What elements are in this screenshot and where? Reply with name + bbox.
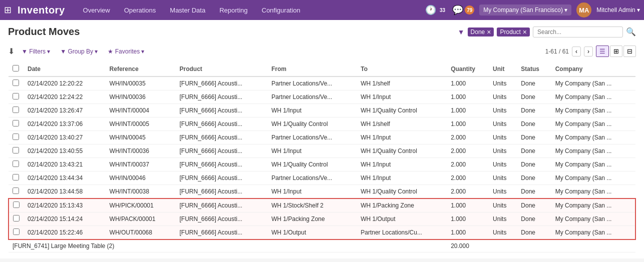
cell-reference[interactable]: WH/PICK/00001 — [106, 198, 176, 212]
row-checkbox[interactable] — [13, 93, 19, 100]
cell-qty: 2.000 — [447, 144, 489, 158]
row-checkbox[interactable] — [13, 188, 19, 194]
cell-company: My Company (San ... — [551, 118, 635, 131]
row-checkbox[interactable] — [13, 120, 19, 126]
cell-company: My Company (San ... — [551, 131, 635, 144]
messages-badge: 79 — [465, 6, 474, 14]
cell-from: WH 1/Input — [267, 104, 357, 118]
cell-product[interactable]: [FURN_6666] Acousti... — [176, 198, 267, 212]
cell-product[interactable]: [FURN_6666] Acousti... — [176, 90, 267, 104]
pager-next[interactable]: › — [584, 46, 593, 56]
pager-prev[interactable]: ‹ — [572, 46, 581, 56]
nav-master-data[interactable]: Master Data — [164, 4, 211, 17]
cell-company: My Company (San ... — [551, 76, 635, 90]
nav-configuration[interactable]: Configuration — [256, 4, 306, 17]
cell-product[interactable]: [FURN_6666] Acousti... — [176, 158, 267, 172]
cell-product[interactable]: [FURN_6666] Acousti... — [176, 185, 267, 199]
table-row[interactable]: 02/14/2020 12:24:22WH/IN/00036[FURN_6666… — [9, 90, 635, 104]
download-button[interactable]: ⬇ — [8, 46, 15, 56]
cell-product[interactable]: [FURN_6666] Acousti... — [176, 172, 267, 185]
cell-product[interactable]: [FURN_6666] Acousti... — [176, 104, 267, 118]
nav-operations[interactable]: Operations — [118, 4, 162, 17]
table-row[interactable]: 02/14/2020 13:43:21WH/INT/00037[FURN_666… — [9, 158, 635, 172]
cell-from: WH 1/Input — [267, 144, 357, 158]
nav-overview[interactable]: Overview — [77, 4, 116, 17]
company-switcher[interactable]: My Company (San Francisco) ▾ — [479, 4, 571, 16]
toolbar-left: ▼ Filters ▾ ▼ Group By ▾ ★ Favorites ▾ — [19, 46, 147, 56]
cell-reference[interactable]: WH/INT/00038 — [106, 185, 176, 199]
cell-unit: Units — [489, 185, 517, 199]
cell-qty: 2.000 — [447, 185, 489, 199]
search-button[interactable]: 🔍 — [626, 27, 636, 36]
cell-from: WH 1/Packing Zone — [267, 212, 357, 226]
groupby-btn[interactable]: ▼ Group By ▾ — [57, 46, 101, 56]
cell-reference[interactable]: WH/IN/00035 — [106, 76, 176, 90]
cell-reference[interactable]: WH/INT/00037 — [106, 158, 176, 172]
table-row[interactable]: 02/14/2020 13:26:47WH/INT/00004[FURN_666… — [9, 104, 635, 118]
row-checkbox[interactable] — [13, 228, 20, 235]
cell-product[interactable]: [FURN_6666] Acousti... — [176, 212, 267, 226]
cell-product[interactable]: [FURN_6666] Acousti... — [176, 131, 267, 144]
row-checkbox[interactable] — [13, 174, 19, 180]
cell-qty: 2.000 — [447, 172, 489, 185]
cell-reference[interactable]: WH/INT/00036 — [106, 144, 176, 158]
cell-reference[interactable]: WH/INT/00004 — [106, 104, 176, 118]
table-row[interactable]: 02/14/2020 12:20:22WH/IN/00035[FURN_6666… — [9, 76, 635, 90]
cell-from: Partner Locations/Ve... — [267, 90, 357, 104]
row-checkbox[interactable] — [13, 147, 19, 154]
select-all-checkbox[interactable] — [13, 65, 19, 72]
cell-reference[interactable]: WH/PACK/00001 — [106, 212, 176, 226]
footer-label: [FURN_6741] Large Meeting Table (2) — [9, 240, 447, 252]
cell-reference[interactable]: WH/OUT/00068 — [106, 226, 176, 240]
nav-reporting[interactable]: Reporting — [213, 4, 253, 17]
view-kanban-btn[interactable]: ⊞ — [610, 46, 622, 57]
view-pivot-btn[interactable]: ⊟ — [623, 46, 636, 57]
cell-reference[interactable]: WH/IN/00045 — [106, 131, 176, 144]
cell-product[interactable]: [FURN_6666] Acousti... — [176, 76, 267, 90]
table-row[interactable]: 02/14/2020 15:14:24WH/PACK/00001[FURN_66… — [9, 212, 635, 226]
search-input[interactable] — [533, 26, 623, 38]
filters-btn[interactable]: ▼ Filters ▾ — [19, 46, 53, 56]
cell-company: My Company (San ... — [551, 212, 635, 226]
table-row[interactable]: 02/14/2020 13:37:06WH/INT/00005[FURN_666… — [9, 118, 635, 131]
row-checkbox[interactable] — [13, 134, 19, 140]
filter-funnel-icon: ▼ — [458, 28, 465, 36]
table-row[interactable]: 02/14/2020 13:44:58WH/INT/00038[FURN_666… — [9, 185, 635, 199]
apps-icon[interactable]: ⊞ — [4, 4, 12, 16]
cell-from: WH 1/Input — [267, 185, 357, 199]
user-menu[interactable]: Mitchell Admin ▾ — [596, 6, 640, 14]
table-row[interactable]: 02/14/2020 13:44:34WH/IN/00046[FURN_6666… — [9, 172, 635, 185]
view-list-btn[interactable]: ☰ — [596, 46, 609, 57]
table-row[interactable]: 02/14/2020 15:13:43WH/PICK/00001[FURN_66… — [9, 198, 635, 212]
table-row[interactable]: 02/14/2020 15:22:46WH/OUT/00068[FURN_666… — [9, 226, 635, 240]
topnav-right: 🕐 33 💬 79 My Company (San Francisco) ▾ M… — [425, 2, 640, 18]
messages-btn[interactable]: 💬 79 — [452, 4, 474, 16]
cell-reference[interactable]: WH/INT/00005 — [106, 118, 176, 131]
cell-reference[interactable]: WH/IN/00036 — [106, 90, 176, 104]
pager-text: 1-61 / 61 — [545, 48, 569, 55]
row-checkbox[interactable] — [13, 202, 20, 208]
table-row[interactable]: 02/14/2020 13:40:27WH/IN/00045[FURN_6666… — [9, 131, 635, 144]
row-checkbox[interactable] — [13, 80, 19, 86]
row-checkbox[interactable] — [13, 160, 19, 167]
avatar[interactable]: MA — [576, 2, 591, 18]
activity-badge: 33 — [438, 6, 447, 14]
cell-company: My Company (San ... — [551, 198, 635, 212]
table-row[interactable]: 02/14/2020 13:40:55WH/INT/00036[FURN_666… — [9, 144, 635, 158]
cell-product[interactable]: [FURN_6666] Acousti... — [176, 144, 267, 158]
cell-date: 02/14/2020 13:37:06 — [24, 118, 106, 131]
activity-btn[interactable]: 🕐 33 — [425, 4, 447, 16]
col-unit: Unit — [489, 62, 517, 76]
activity-icon: 🕐 — [425, 4, 436, 16]
row-checkbox[interactable] — [13, 106, 19, 113]
filter-tag-product-remove[interactable]: × — [523, 28, 527, 36]
cell-to: WH 1/Input — [357, 131, 447, 144]
filter-tag-done-remove[interactable]: × — [487, 28, 491, 36]
row-checkbox[interactable] — [13, 215, 20, 222]
cell-status: Done — [517, 185, 551, 199]
cell-product[interactable]: [FURN_6666] Acousti... — [176, 118, 267, 131]
cell-product[interactable]: [FURN_6666] Acousti... — [176, 226, 267, 240]
favorites-btn[interactable]: ★ Favorites ▾ — [105, 46, 147, 56]
cell-company: My Company (San ... — [551, 158, 635, 172]
cell-reference[interactable]: WH/IN/00046 — [106, 172, 176, 185]
